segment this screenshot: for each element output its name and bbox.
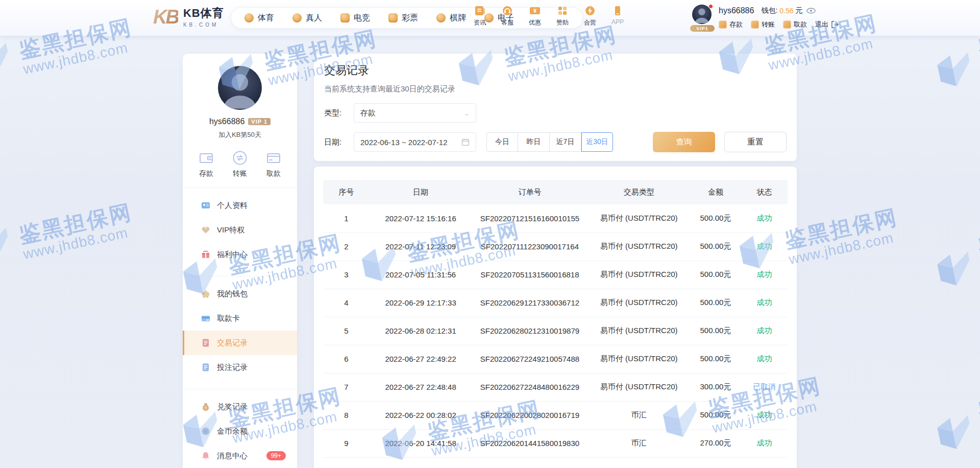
watermark: 鉴黑担保网www.jhdb8.com (0, 198, 138, 276)
logout-button[interactable]: 退出 (815, 20, 839, 29)
quick-deposit-button[interactable]: 存款 (198, 150, 214, 178)
quick-transfer-button[interactable]: 转账 (232, 150, 248, 178)
id-card-icon (201, 201, 210, 210)
nav-sports[interactable]: 体育 (244, 13, 274, 24)
date-range-input[interactable]: 2022-06-13 ~ 2022-07-12 (354, 132, 476, 152)
table-row: 42022-06-29 12:17:33SF202206291217330036… (323, 289, 788, 317)
transaction-table: 序号 日期 订单号 交易类型 金额 状态 12022-07-12 15:16:1… (323, 180, 788, 458)
avatar[interactable] (218, 66, 262, 110)
header-transfer-button[interactable]: 转账 (751, 20, 775, 29)
header-deposit-button[interactable]: 存款 (719, 20, 743, 29)
page-title: 交易记录 (324, 63, 787, 78)
sidebar-item-wallet[interactable]: 我的钱包 (183, 282, 297, 306)
vip-level-badge: VIP1 (690, 25, 715, 32)
table-row: 52022-06-28 02:12:31SF202206280212310019… (323, 317, 788, 345)
date-label: 日期: (324, 137, 354, 147)
transaction-table-card: 序号 日期 订单号 交易类型 金额 状态 12022-07-12 15:16:1… (314, 167, 797, 468)
phone-icon (611, 5, 624, 17)
status-badge: 成功 (741, 429, 788, 457)
status-badge: 成功 (741, 289, 788, 317)
partner-shortcut[interactable]: 合营 (580, 5, 600, 27)
deposit-icon (719, 20, 727, 29)
unread-count-badge: 99+ (266, 451, 286, 460)
svg-text:¥: ¥ (533, 8, 537, 14)
nav-lottery[interactable]: 彩票 (388, 13, 418, 24)
page-subtitle: 当前系统支持查询最近30日的交易记录 (324, 84, 787, 94)
header-withdraw-button[interactable]: 取款 (783, 20, 807, 29)
lightning-icon (584, 5, 596, 17)
status-badge: 已取消 (741, 373, 788, 401)
table-row: 82022-06-22 00:28:02SF202206220028020016… (323, 401, 788, 429)
sponsor-shortcut[interactable]: 赞助 (552, 5, 573, 27)
sidebar-item-welfare[interactable]: 福利中心 (183, 242, 297, 267)
user-block: VIP1 hys66886 钱包: 0.56 元 存款 转账 取款 退出 (690, 3, 859, 33)
coupon-icon: ¥ (529, 5, 541, 17)
sidebar-item-prize-records[interactable]: ¥ 兑奖记录 (183, 394, 297, 419)
col-seq: 序号 (323, 180, 370, 204)
status-badge: 成功 (741, 232, 788, 261)
sidebar-item-transactions[interactable]: 交易记录 (183, 331, 297, 355)
reset-button[interactable]: 重置 (724, 132, 787, 152)
headset-icon (501, 5, 513, 17)
table-header-row: 序号 日期 订单号 交易类型 金额 状态 (323, 180, 788, 204)
status-badge: 成功 (741, 261, 788, 289)
range-today-button[interactable]: 今日 (486, 132, 518, 152)
sidebar-item-vip[interactable]: VIP特权 (183, 218, 297, 242)
transfer-icon (751, 20, 759, 29)
app-shortcut[interactable]: APP (607, 5, 628, 27)
logo-subtitle: KB.COM (183, 22, 224, 28)
sports-icon (244, 13, 254, 22)
news-icon (474, 5, 486, 17)
news-shortcut[interactable]: 资讯 (470, 5, 490, 27)
promo-shortcut[interactable]: ¥ 优惠 (525, 5, 545, 27)
sidebar-item-withdraw-card[interactable]: 取款卡 (183, 306, 297, 331)
col-date: 日期 (370, 180, 472, 204)
table-row: 72022-06-27 22:48:48SF202206272248480016… (323, 373, 788, 401)
watermark: 鉴黑担保网www.jhdb8.com (928, 214, 980, 307)
lottery-icon (388, 13, 398, 22)
nav-live-casino[interactable]: 真人 (292, 13, 322, 24)
status-badge: 成功 (741, 317, 788, 345)
range-7days-button[interactable]: 近7日 (550, 132, 581, 152)
bell-icon (201, 451, 210, 460)
table-row: 32022-07-05 11:31:56SF202207051131560016… (323, 261, 788, 289)
status-badge: 成功 (741, 401, 788, 429)
type-select[interactable]: 存款 ⌄ (354, 103, 476, 123)
nav-esports[interactable]: 电竞 (340, 13, 370, 24)
col-order: 订单号 (472, 180, 588, 204)
range-yesterday-button[interactable]: 昨日 (518, 132, 550, 152)
watermark: 鉴黑担保网www.jhdb8.com (928, 378, 980, 468)
live-casino-icon (292, 13, 302, 22)
table-row: 92022-06-20 14:41:58SF202206201441580019… (323, 429, 788, 457)
table-row: 62022-06-27 22:49:22SF202206272249210057… (323, 345, 788, 373)
range-30days-button[interactable]: 近30日 (581, 132, 613, 152)
divider (183, 188, 297, 188)
board-games-icon (436, 13, 446, 22)
logo-mark: KB (153, 7, 178, 27)
site-logo[interactable]: KB KB体育 KB.COM (153, 6, 224, 28)
money-bag-icon: ¥ (201, 402, 210, 411)
table-row: 12022-07-12 15:16:16SF202207121516160010… (323, 204, 788, 232)
wallet-icon (198, 150, 214, 166)
divider (183, 389, 297, 389)
notification-dot (708, 4, 713, 9)
sidebar-username: hys66886 (209, 117, 244, 126)
eye-icon[interactable] (806, 8, 816, 14)
sidebar-item-messages[interactable]: 消息中心 99+ (183, 443, 297, 468)
calendar-icon (461, 138, 470, 146)
quick-withdraw-button[interactable]: 取款 (265, 150, 282, 178)
bank-card-icon (265, 150, 282, 166)
exchange-icon (232, 150, 248, 166)
status-badge: 成功 (741, 204, 788, 232)
piggy-bank-icon (201, 289, 210, 298)
profile-sidebar: hys66886 VIP 1 加入KB第50天 存款 转账 取款 个人资料 VI… (183, 54, 297, 468)
sidebar-item-profile[interactable]: 个人资料 (183, 193, 297, 218)
support-shortcut[interactable]: 客服 (497, 5, 518, 27)
search-button[interactable]: 查询 (653, 132, 715, 152)
sponsor-icon (556, 5, 569, 17)
nav-board-games[interactable]: 棋牌 (436, 13, 466, 24)
join-days-text: 加入KB第50天 (183, 130, 297, 139)
sidebar-item-coin-balance[interactable]: 金币余额 (183, 419, 297, 443)
diamond-icon (201, 225, 210, 235)
sidebar-item-betting-records[interactable]: 投注记录 (183, 355, 297, 380)
